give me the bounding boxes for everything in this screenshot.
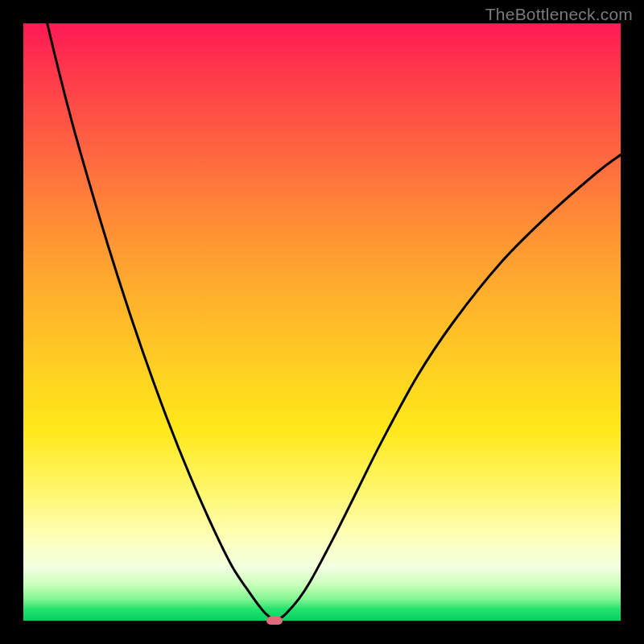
bottleneck-curve (23, 23, 621, 621)
watermark-text: TheBottleneck.com (485, 5, 633, 24)
chart-frame: TheBottleneck.com (0, 0, 644, 644)
plot-area (23, 23, 621, 621)
minimum-marker (266, 617, 283, 625)
